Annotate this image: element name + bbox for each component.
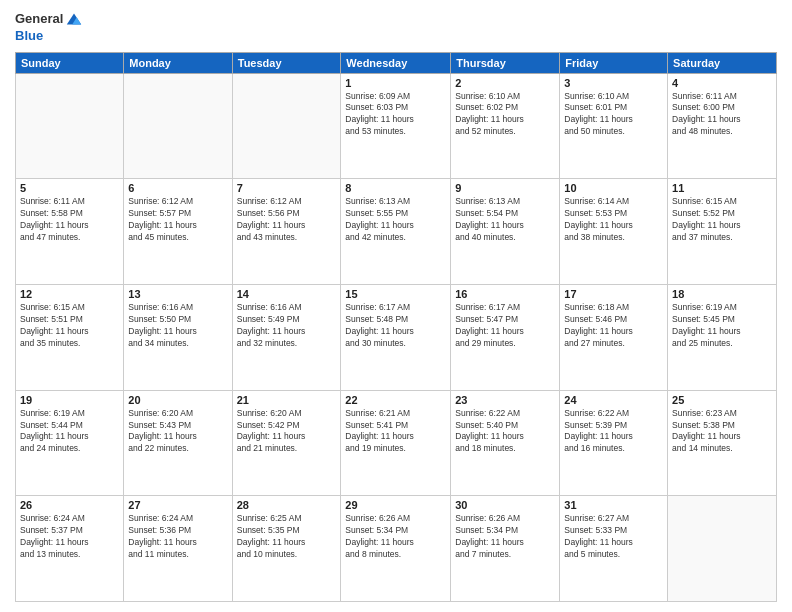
weekday-header-saturday: Saturday [668, 52, 777, 73]
week-row-5: 26Sunrise: 6:24 AMSunset: 5:37 PMDayligh… [16, 496, 777, 602]
day-number: 4 [672, 77, 772, 89]
day-info: Sunrise: 6:12 AMSunset: 5:56 PMDaylight:… [237, 196, 337, 244]
day-info: Sunrise: 6:16 AMSunset: 5:49 PMDaylight:… [237, 302, 337, 350]
day-number: 19 [20, 394, 119, 406]
day-number: 13 [128, 288, 227, 300]
calendar-cell: 21Sunrise: 6:20 AMSunset: 5:42 PMDayligh… [232, 390, 341, 496]
day-info: Sunrise: 6:10 AMSunset: 6:01 PMDaylight:… [564, 91, 663, 139]
day-info: Sunrise: 6:24 AMSunset: 5:37 PMDaylight:… [20, 513, 119, 561]
weekday-header-friday: Friday [560, 52, 668, 73]
logo-blue: Blue [15, 28, 43, 44]
day-info: Sunrise: 6:15 AMSunset: 5:52 PMDaylight:… [672, 196, 772, 244]
calendar-cell: 7Sunrise: 6:12 AMSunset: 5:56 PMDaylight… [232, 179, 341, 285]
day-number: 8 [345, 182, 446, 194]
day-number: 24 [564, 394, 663, 406]
calendar-cell: 18Sunrise: 6:19 AMSunset: 5:45 PMDayligh… [668, 284, 777, 390]
day-number: 10 [564, 182, 663, 194]
day-number: 31 [564, 499, 663, 511]
day-info: Sunrise: 6:09 AMSunset: 6:03 PMDaylight:… [345, 91, 446, 139]
calendar-cell: 3Sunrise: 6:10 AMSunset: 6:01 PMDaylight… [560, 73, 668, 179]
weekday-header-monday: Monday [124, 52, 232, 73]
day-info: Sunrise: 6:14 AMSunset: 5:53 PMDaylight:… [564, 196, 663, 244]
day-info: Sunrise: 6:22 AMSunset: 5:39 PMDaylight:… [564, 408, 663, 456]
day-info: Sunrise: 6:11 AMSunset: 6:00 PMDaylight:… [672, 91, 772, 139]
week-row-4: 19Sunrise: 6:19 AMSunset: 5:44 PMDayligh… [16, 390, 777, 496]
day-number: 21 [237, 394, 337, 406]
day-number: 25 [672, 394, 772, 406]
day-info: Sunrise: 6:26 AMSunset: 5:34 PMDaylight:… [345, 513, 446, 561]
calendar-cell: 28Sunrise: 6:25 AMSunset: 5:35 PMDayligh… [232, 496, 341, 602]
day-number: 26 [20, 499, 119, 511]
day-number: 17 [564, 288, 663, 300]
day-info: Sunrise: 6:18 AMSunset: 5:46 PMDaylight:… [564, 302, 663, 350]
calendar-cell: 26Sunrise: 6:24 AMSunset: 5:37 PMDayligh… [16, 496, 124, 602]
calendar-cell: 4Sunrise: 6:11 AMSunset: 6:00 PMDaylight… [668, 73, 777, 179]
weekday-header-wednesday: Wednesday [341, 52, 451, 73]
calendar-cell: 5Sunrise: 6:11 AMSunset: 5:58 PMDaylight… [16, 179, 124, 285]
calendar-cell: 8Sunrise: 6:13 AMSunset: 5:55 PMDaylight… [341, 179, 451, 285]
calendar-cell: 27Sunrise: 6:24 AMSunset: 5:36 PMDayligh… [124, 496, 232, 602]
calendar: SundayMondayTuesdayWednesdayThursdayFrid… [15, 52, 777, 602]
calendar-cell [16, 73, 124, 179]
day-info: Sunrise: 6:26 AMSunset: 5:34 PMDaylight:… [455, 513, 555, 561]
day-info: Sunrise: 6:27 AMSunset: 5:33 PMDaylight:… [564, 513, 663, 561]
day-info: Sunrise: 6:21 AMSunset: 5:41 PMDaylight:… [345, 408, 446, 456]
calendar-cell: 2Sunrise: 6:10 AMSunset: 6:02 PMDaylight… [451, 73, 560, 179]
week-row-1: 1Sunrise: 6:09 AMSunset: 6:03 PMDaylight… [16, 73, 777, 179]
day-info: Sunrise: 6:16 AMSunset: 5:50 PMDaylight:… [128, 302, 227, 350]
day-info: Sunrise: 6:13 AMSunset: 5:55 PMDaylight:… [345, 196, 446, 244]
day-number: 30 [455, 499, 555, 511]
page: General Blue SundayMondayTuesdayWednesda… [0, 0, 792, 612]
calendar-cell: 20Sunrise: 6:20 AMSunset: 5:43 PMDayligh… [124, 390, 232, 496]
day-info: Sunrise: 6:12 AMSunset: 5:57 PMDaylight:… [128, 196, 227, 244]
calendar-cell: 17Sunrise: 6:18 AMSunset: 5:46 PMDayligh… [560, 284, 668, 390]
weekday-header-thursday: Thursday [451, 52, 560, 73]
day-number: 5 [20, 182, 119, 194]
day-info: Sunrise: 6:11 AMSunset: 5:58 PMDaylight:… [20, 196, 119, 244]
day-number: 14 [237, 288, 337, 300]
calendar-cell: 13Sunrise: 6:16 AMSunset: 5:50 PMDayligh… [124, 284, 232, 390]
day-number: 22 [345, 394, 446, 406]
day-info: Sunrise: 6:19 AMSunset: 5:44 PMDaylight:… [20, 408, 119, 456]
weekday-header-row: SundayMondayTuesdayWednesdayThursdayFrid… [16, 52, 777, 73]
calendar-cell [124, 73, 232, 179]
day-info: Sunrise: 6:20 AMSunset: 5:42 PMDaylight:… [237, 408, 337, 456]
logo-icon [65, 10, 83, 28]
day-number: 3 [564, 77, 663, 89]
day-info: Sunrise: 6:20 AMSunset: 5:43 PMDaylight:… [128, 408, 227, 456]
day-info: Sunrise: 6:23 AMSunset: 5:38 PMDaylight:… [672, 408, 772, 456]
logo: General Blue [15, 10, 83, 44]
calendar-cell: 9Sunrise: 6:13 AMSunset: 5:54 PMDaylight… [451, 179, 560, 285]
calendar-cell: 29Sunrise: 6:26 AMSunset: 5:34 PMDayligh… [341, 496, 451, 602]
calendar-cell: 10Sunrise: 6:14 AMSunset: 5:53 PMDayligh… [560, 179, 668, 285]
day-number: 1 [345, 77, 446, 89]
calendar-cell: 1Sunrise: 6:09 AMSunset: 6:03 PMDaylight… [341, 73, 451, 179]
week-row-2: 5Sunrise: 6:11 AMSunset: 5:58 PMDaylight… [16, 179, 777, 285]
day-number: 12 [20, 288, 119, 300]
calendar-cell: 25Sunrise: 6:23 AMSunset: 5:38 PMDayligh… [668, 390, 777, 496]
day-number: 23 [455, 394, 555, 406]
calendar-cell: 19Sunrise: 6:19 AMSunset: 5:44 PMDayligh… [16, 390, 124, 496]
day-info: Sunrise: 6:22 AMSunset: 5:40 PMDaylight:… [455, 408, 555, 456]
day-number: 20 [128, 394, 227, 406]
calendar-cell: 30Sunrise: 6:26 AMSunset: 5:34 PMDayligh… [451, 496, 560, 602]
calendar-cell: 24Sunrise: 6:22 AMSunset: 5:39 PMDayligh… [560, 390, 668, 496]
day-number: 27 [128, 499, 227, 511]
day-number: 7 [237, 182, 337, 194]
day-number: 2 [455, 77, 555, 89]
calendar-cell: 11Sunrise: 6:15 AMSunset: 5:52 PMDayligh… [668, 179, 777, 285]
day-info: Sunrise: 6:10 AMSunset: 6:02 PMDaylight:… [455, 91, 555, 139]
calendar-cell: 12Sunrise: 6:15 AMSunset: 5:51 PMDayligh… [16, 284, 124, 390]
day-number: 28 [237, 499, 337, 511]
day-info: Sunrise: 6:24 AMSunset: 5:36 PMDaylight:… [128, 513, 227, 561]
day-info: Sunrise: 6:25 AMSunset: 5:35 PMDaylight:… [237, 513, 337, 561]
calendar-cell [232, 73, 341, 179]
calendar-cell: 16Sunrise: 6:17 AMSunset: 5:47 PMDayligh… [451, 284, 560, 390]
calendar-cell: 15Sunrise: 6:17 AMSunset: 5:48 PMDayligh… [341, 284, 451, 390]
calendar-cell [668, 496, 777, 602]
day-number: 18 [672, 288, 772, 300]
day-info: Sunrise: 6:17 AMSunset: 5:48 PMDaylight:… [345, 302, 446, 350]
weekday-header-sunday: Sunday [16, 52, 124, 73]
calendar-cell: 14Sunrise: 6:16 AMSunset: 5:49 PMDayligh… [232, 284, 341, 390]
day-number: 29 [345, 499, 446, 511]
